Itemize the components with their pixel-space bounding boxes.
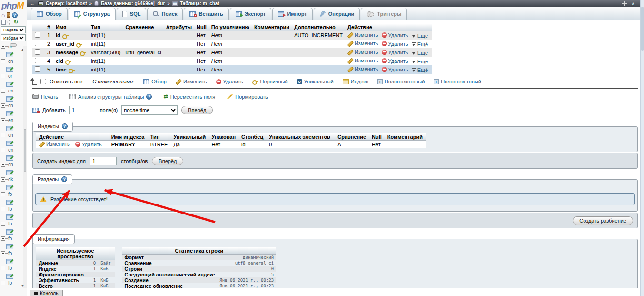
table-name[interactable]: dk — [8, 177, 13, 182]
expand-icon[interactable] — [1, 46, 5, 49]
print-link[interactable]: Печать — [32, 94, 58, 100]
tab-sql[interactable]: SQL — [117, 8, 147, 20]
expand-icon[interactable] — [1, 251, 5, 255]
settings-icon[interactable] — [7, 20, 12, 25]
more-actions-link[interactable]: Ещё — [412, 33, 428, 39]
edit-column-link[interactable]: Изменить — [347, 41, 378, 46]
favorite-tables-select[interactable]: Избранное — [1, 34, 26, 41]
help-icon[interactable]: ? — [146, 94, 152, 100]
scroll-down-icon[interactable]: ▼ — [21, 284, 24, 287]
table-name[interactable]: cn — [8, 59, 13, 64]
recent-tables-select[interactable]: Недавнее — [1, 26, 26, 33]
table-name[interactable]: fo — [8, 236, 12, 241]
table-name[interactable]: fo — [8, 265, 12, 271]
table-name[interactable]: or — [8, 73, 12, 79]
expand-icon[interactable] — [1, 192, 5, 196]
main-scrollbar-thumb[interactable] — [641, 7, 644, 51]
sidebar-scrollbar-thumb[interactable] — [24, 129, 26, 172]
home-icon[interactable]: ⌂ — [1, 12, 5, 18]
row-checkbox[interactable] — [35, 58, 40, 63]
drop-column-link[interactable]: Удалить — [382, 50, 408, 55]
column-header[interactable]: Атрибуты — [164, 24, 194, 31]
expand-icon[interactable] — [1, 74, 5, 78]
sidebar-table-item[interactable]: en — [1, 111, 22, 126]
selected-edit-link[interactable]: Изменить — [176, 79, 207, 84]
more-actions-link[interactable]: Ещё — [412, 59, 428, 64]
refresh-icon[interactable]: ↻ — [14, 20, 18, 25]
check-all-checkbox[interactable] — [40, 79, 46, 84]
expand-icon[interactable] — [1, 222, 5, 226]
sidebar-table-item[interactable]: or — [1, 67, 22, 82]
tab-structure[interactable]: Структура — [69, 8, 116, 20]
table-name[interactable]: cn — [8, 162, 13, 167]
tab-search[interactable]: Поиск — [147, 8, 183, 20]
table-name[interactable]: cn — [8, 133, 13, 138]
table-name[interactable]: or — [8, 46, 12, 49]
propose-structure-link[interactable]: Анализ структуры таблицы — [69, 94, 144, 100]
sidebar-table-item[interactable]: fo — [1, 259, 22, 274]
column-header[interactable]: Действие — [345, 24, 432, 31]
table-name[interactable]: fo — [8, 280, 12, 286]
selected-index-link[interactable]: Индекс — [343, 79, 368, 84]
new-page-icon[interactable] — [1, 20, 6, 25]
selected-unique-link[interactable]: UУникальный — [297, 79, 334, 84]
sidebar-table-item[interactable]: fo — [1, 200, 22, 214]
drop-index-link[interactable]: Удалить — [75, 142, 102, 147]
tab-operations[interactable]: Операции — [314, 8, 360, 20]
breadcrumb-server[interactable]: Сервер: localhost — [46, 1, 87, 6]
more-actions-link[interactable]: Ещё — [412, 41, 428, 47]
preferences-gear-icon[interactable] — [622, 1, 627, 6]
sidebar-table-item[interactable]: dk — [1, 170, 22, 185]
column-header[interactable]: Имя — [53, 24, 89, 31]
main-scrollbar[interactable] — [640, 0, 644, 296]
edit-column-link[interactable]: Изменить — [347, 49, 378, 55]
tab-import[interactable]: Импорт — [272, 8, 312, 20]
help-icon[interactable]: ? — [62, 123, 68, 129]
create-partitioning-button[interactable]: Создать разбиение — [573, 216, 633, 225]
column-header[interactable]: По умолчанию — [209, 24, 252, 31]
sidebar-table-item[interactable]: cn — [1, 155, 22, 170]
check-all-label[interactable]: Отметить все — [50, 79, 82, 84]
sidebar-scrollbar[interactable] — [23, 46, 27, 288]
sidebar-table-item[interactable]: fo — [1, 274, 22, 287]
expand-icon[interactable] — [1, 133, 5, 137]
expand-icon[interactable] — [1, 103, 5, 108]
table-name[interactable]: fo — [8, 192, 12, 197]
tab-triggers[interactable]: Триггеры — [361, 8, 407, 20]
expand-icon[interactable] — [1, 163, 5, 167]
selected-fulltext-link[interactable]: TПолнотекстовый — [377, 79, 425, 84]
more-actions-link[interactable]: Ещё — [412, 67, 428, 73]
tab-export[interactable]: Экспорт — [230, 8, 272, 20]
table-name[interactable]: en — [8, 147, 13, 153]
sidebar-table-item[interactable]: cn — [1, 96, 22, 111]
breadcrumb-table[interactable]: Таблица: m_chat — [180, 1, 219, 6]
sidebar-table-item[interactable]: cn — [1, 52, 22, 67]
expand-icon[interactable] — [1, 118, 5, 122]
table-name[interactable]: fo — [8, 206, 12, 212]
selected-fulltext-link-2[interactable]: TПолнотекстовый — [434, 79, 481, 84]
expand-icon[interactable] — [1, 148, 5, 152]
more-actions-link[interactable]: Ещё — [412, 50, 428, 56]
collapse-nav-icon[interactable]: ← — [30, 1, 35, 6]
sidebar-table-item[interactable]: fo — [1, 244, 22, 259]
expand-icon[interactable] — [1, 177, 5, 182]
edit-index-link[interactable]: Изменить — [39, 141, 70, 147]
row-checkbox[interactable] — [35, 66, 40, 72]
column-header[interactable]: Комментарии — [252, 24, 292, 31]
drop-column-link[interactable]: Удалить — [382, 32, 408, 38]
sidebar-table-item[interactable]: fo — [1, 229, 22, 244]
table-name[interactable]: fo — [8, 251, 12, 256]
column-header[interactable]: Тип — [89, 24, 123, 31]
normalize-link[interactable]: Нормировать — [227, 94, 268, 100]
phpmyadmin-logo[interactable]: phpM — [0, 0, 27, 11]
sidebar-table-item[interactable]: en — [1, 141, 22, 155]
column-header[interactable]: Сравнение — [123, 24, 163, 31]
selected-browse-link[interactable]: Обзор — [143, 79, 167, 84]
sidebar-table-item[interactable]: fo — [1, 185, 22, 200]
help-icon[interactable]: ? — [12, 12, 18, 18]
logout-icon[interactable] — [7, 12, 10, 18]
table-name[interactable]: fo — [8, 221, 12, 226]
edit-column-link[interactable]: Изменить — [347, 66, 378, 72]
column-header[interactable]: Дополнительно — [292, 24, 345, 31]
add-go-button[interactable]: Вперёд — [181, 106, 213, 114]
